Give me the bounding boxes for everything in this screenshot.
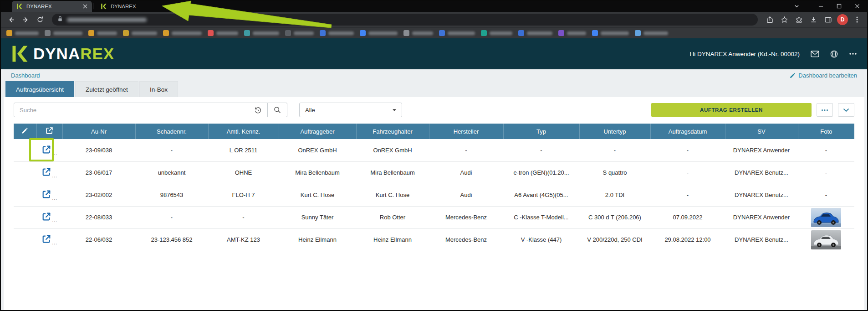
minimize-button[interactable]: [812, 0, 830, 12]
globe-language-icon[interactable]: [830, 50, 838, 58]
cell-amtl-kennz: OHNE: [208, 161, 279, 184]
browser-tab-inactive[interactable]: DYNAREX: [94, 0, 143, 12]
orders-table-body: ...23-09/038-L OR 2511OnREX GmbHOnREX Gm…: [14, 139, 854, 251]
search-history-reset-button[interactable]: [248, 103, 268, 117]
breadcrumb-dashboard-link[interactable]: Dashboard: [11, 72, 40, 79]
reload-icon[interactable]: [34, 13, 46, 26]
column-header-open: [36, 124, 62, 139]
column-header-auftragsdatum[interactable]: Auftragsdatum: [650, 124, 725, 139]
bookmark-item[interactable]: [518, 30, 552, 36]
extensions-puzzle-icon[interactable]: [792, 13, 805, 26]
cell-schadennr: 23-123.456 852: [135, 228, 208, 251]
cell-auftraggeber: Mira Bellenbaum: [279, 161, 356, 184]
bookmark-item[interactable]: [208, 30, 238, 36]
column-header-au-nr[interactable]: Au-Nr: [62, 124, 135, 139]
cell-au-nr: 23-06/017: [62, 161, 135, 184]
bookmark-item[interactable]: [45, 30, 82, 36]
open-order-button[interactable]: ...: [41, 212, 57, 222]
open-order-button[interactable]: ...: [41, 167, 57, 177]
tab-separator: [93, 3, 93, 9]
tab-in-box[interactable]: In-Box: [139, 81, 178, 97]
bookmark-item[interactable]: [244, 30, 279, 36]
bookmark-item[interactable]: [163, 30, 202, 36]
browser-tab-title: DYNAREX: [26, 4, 52, 9]
header-more-icon[interactable]: [849, 52, 857, 55]
bookmark-item[interactable]: [558, 30, 586, 36]
bookmark-star-icon[interactable]: [778, 13, 791, 26]
column-header-typ[interactable]: Typ: [503, 124, 579, 139]
browser-toolbar: D: [0, 12, 868, 27]
vehicle-photo[interactable]: [811, 230, 841, 249]
collapse-chevron-button[interactable]: [838, 103, 854, 117]
bookmark-item[interactable]: [439, 30, 475, 36]
tab-zuletzt-geoeffnet[interactable]: Zuletzt geöffnet: [75, 81, 138, 97]
open-external-icon: [41, 189, 51, 199]
column-header-sv[interactable]: SV: [725, 124, 798, 139]
bookmark-item[interactable]: [123, 30, 157, 36]
open-order-button[interactable]: ...: [41, 234, 57, 244]
bookmark-item[interactable]: [481, 30, 512, 36]
dashboard-tabs: AuftragsübersichtZuletzt geöffnetIn-Box: [0, 81, 868, 97]
column-header-foto[interactable]: Foto: [798, 124, 854, 139]
bookmark-label-blurred: [527, 31, 552, 35]
row-open-cell: ...: [36, 184, 62, 206]
cell-fahrzeughalter: OnREX GmbH: [356, 139, 429, 161]
cell-foto: -: [798, 139, 854, 161]
bookmark-item[interactable]: [6, 30, 39, 36]
column-header-auftraggeber[interactable]: Auftraggeber: [279, 124, 356, 139]
search-input[interactable]: [14, 103, 248, 117]
bookmark-favicon-icon: [320, 30, 326, 36]
app-header: DYNAREX Hi DYNAREX Anwender (Kd.-Nr. 000…: [0, 38, 868, 69]
column-header-schadennr[interactable]: Schadennr.: [135, 124, 208, 139]
open-order-more-label: ...: [52, 239, 57, 246]
orders-panel: Alle AUFTRAG ERSTELLEN: [4, 97, 864, 310]
row-edit-cell: [14, 228, 36, 251]
row-open-cell: ...: [36, 206, 62, 228]
mail-icon[interactable]: [811, 51, 819, 57]
open-order-button[interactable]: ...: [41, 189, 57, 199]
browser-menu-kebab-icon[interactable]: [851, 13, 863, 26]
bookmark-item[interactable]: [592, 30, 629, 36]
back-icon[interactable]: [5, 13, 17, 26]
tab-search-chevron-icon[interactable]: [789, 0, 804, 12]
open-external-icon: [41, 145, 51, 155]
bookmark-item[interactable]: [403, 30, 433, 36]
download-icon[interactable]: [807, 13, 820, 26]
edit-dashboard-link[interactable]: Dashboard bearbeiten: [790, 72, 857, 79]
tab-close-icon[interactable]: [83, 4, 87, 9]
bookmark-favicon-icon: [244, 30, 250, 36]
bookmark-item[interactable]: [320, 30, 354, 36]
create-order-button[interactable]: AUFTRAG ERSTELLEN: [651, 103, 812, 117]
column-header-untertyp[interactable]: Untertyp: [579, 124, 650, 139]
filter-select[interactable]: Alle: [299, 103, 402, 117]
column-header-hersteller[interactable]: Hersteller: [429, 124, 503, 139]
share-icon[interactable]: [763, 13, 776, 26]
bookmark-item[interactable]: [635, 30, 668, 36]
cell-schadennr: 9876543: [135, 184, 208, 206]
cell-untertyp: -: [579, 139, 650, 161]
forward-icon[interactable]: [19, 13, 32, 26]
bookmark-item[interactable]: [360, 30, 398, 36]
column-header-fahrzeughalter[interactable]: Fahrzeughalter: [356, 124, 429, 139]
close-window-button[interactable]: [848, 0, 866, 12]
open-external-icon: [41, 212, 51, 222]
bookmark-item[interactable]: [285, 30, 314, 36]
side-panel-icon[interactable]: [822, 13, 834, 26]
more-actions-button[interactable]: [817, 103, 833, 117]
cell-hersteller: Mercedes-Benz: [429, 228, 503, 251]
open-order-button[interactable]: ...: [41, 145, 57, 155]
search-button[interactable]: [268, 103, 287, 117]
column-header-amtl-kennz[interactable]: Amtl. Kennz.: [208, 124, 279, 139]
bookmark-favicon-icon: [439, 30, 445, 36]
cell-hersteller: Audi: [429, 161, 503, 184]
bookmark-label-blurred: [132, 31, 157, 35]
address-bar[interactable]: [52, 14, 758, 26]
cell-schadennr: -: [135, 206, 208, 228]
bookmark-item[interactable]: [88, 30, 117, 36]
profile-avatar[interactable]: D: [837, 14, 848, 25]
bookmark-label-blurred: [15, 31, 39, 35]
maximize-button[interactable]: [830, 0, 848, 12]
vehicle-photo[interactable]: [811, 208, 841, 227]
browser-tab-active[interactable]: DYNAREX: [12, 0, 92, 12]
tab-auftragsuebersicht[interactable]: Auftragsübersicht: [5, 81, 74, 97]
